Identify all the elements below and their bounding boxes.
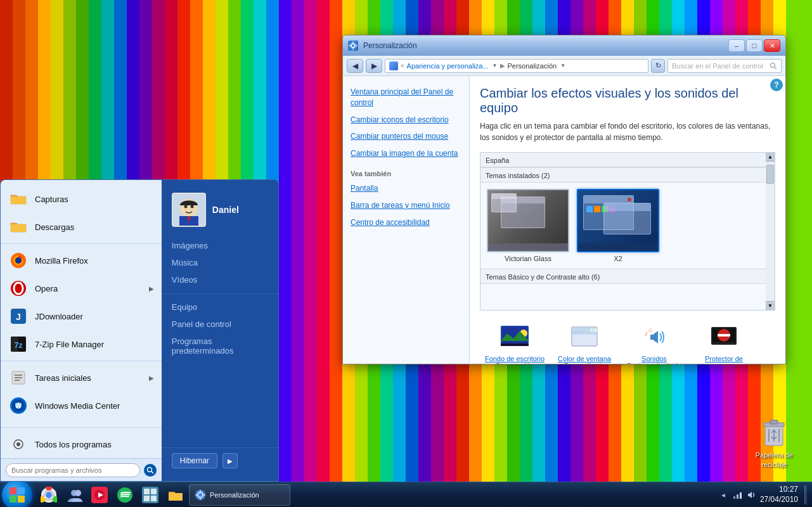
theme-x2-preview (577, 189, 659, 252)
opera-arrow: ▶ (149, 285, 154, 292)
start-item-jdownloader-label: JDownloader (35, 312, 83, 321)
taskbar: Personalización ◂ 10:27 27/04/2010 (0, 482, 812, 507)
svg-rect-56 (718, 334, 730, 337)
cp-icon-protector[interactable]: Protector de pantalla Ninguno (689, 318, 759, 364)
back-button[interactable]: ◀ (347, 59, 363, 73)
svg-rect-45 (501, 343, 529, 346)
user-avatar[interactable] (172, 193, 206, 227)
fondo-label[interactable]: Fondo de escritorio (485, 355, 545, 363)
section-basic: Temas Básico y de Contraste alto (6) (480, 269, 775, 284)
tray-expand-icon[interactable]: ◂ (718, 490, 728, 500)
themes-scrollbar[interactable]: ▲ ▼ (766, 153, 775, 310)
start-right-musica[interactable]: Música (162, 254, 278, 271)
refresh-button[interactable]: ↻ (651, 59, 665, 73)
protector-label[interactable]: Protector de pantalla (693, 355, 755, 364)
start-item-7zip[interactable]: 7z 7-Zip File Manager (1, 330, 162, 358)
theme-victorian[interactable]: Victorian Glass (487, 189, 569, 262)
hibernate-button[interactable]: Hibernar (172, 453, 217, 468)
sonidos-sublabel: Predeterminado de Windows (623, 363, 685, 364)
taskbar-clock[interactable]: 10:27 27/04/2010 (760, 485, 798, 504)
start-item-tareas[interactable]: Tareas iniciales ▶ (1, 364, 162, 392)
start-menu: Capturas Descargas (0, 179, 279, 482)
color-label[interactable]: Color de ventana (558, 355, 611, 363)
start-menu-right: Daniel Imágenes Música Vídeos Equipo Pan… (162, 180, 278, 481)
forward-button[interactable]: ▶ (366, 59, 382, 73)
minimize-button[interactable]: – (728, 39, 745, 52)
breadcrumb-dropdown-2[interactable]: ▼ (560, 63, 565, 68)
start-search-button[interactable] (144, 464, 157, 477)
sonidos-icon: ♪ ♫ (639, 322, 669, 352)
close-button[interactable]: ✕ (764, 39, 780, 52)
start-menu-recent-apps: Capturas Descargas (1, 180, 162, 425)
cp-also-pantalla[interactable]: Pantalla (343, 180, 469, 197)
scroll-down-button[interactable]: ▼ (766, 301, 775, 310)
svg-rect-58 (18, 487, 25, 494)
svg-point-26 (147, 467, 151, 472)
taskbar-explorer[interactable] (164, 484, 188, 506)
tray-network-icon[interactable] (732, 490, 742, 500)
recycle-bin[interactable]: Papelera de reciclaje (756, 418, 793, 469)
svg-point-31 (190, 205, 193, 209)
start-item-opera-label: Opera (35, 284, 58, 293)
taskbar-cp-running[interactable]: Personalización (189, 484, 290, 506)
start-right-imagenes[interactable]: Imágenes (162, 237, 278, 254)
taskbar-media[interactable] (87, 484, 112, 506)
control-panel-window: Personalización – □ ✕ ◀ ▶ « Apariencia y… (342, 35, 786, 364)
start-item-capturas[interactable]: Capturas (1, 185, 162, 213)
breadcrumb-personalizacion[interactable]: Personalización (508, 62, 557, 70)
vg-titlebar-2 (492, 194, 516, 199)
hibernate-arrow-button[interactable]: ▶ (222, 453, 238, 468)
cp-link-iconos[interactable]: Cambiar iconos del escritorio (343, 112, 469, 129)
sonidos-label[interactable]: Sonidos (641, 355, 667, 363)
separator-right (162, 293, 278, 298)
cp-icon-fondo[interactable]: Fondo de escritorio Presentación (480, 318, 550, 364)
themes-grid: Victorian Glass (480, 183, 775, 269)
fondo-icon (499, 322, 530, 352)
start-orb[interactable] (2, 480, 32, 508)
taskbar-spotify[interactable] (113, 484, 137, 506)
cp-link-imagen-cuenta[interactable]: Cambiar la imagen de la cuenta (343, 145, 469, 162)
scroll-thumb[interactable] (766, 165, 774, 184)
cp-icon-sonidos[interactable]: ♪ ♫ Sonidos Predeterminado de Windows (619, 318, 689, 364)
cp-link-punteros[interactable]: Cambiar punteros del mouse (343, 128, 469, 145)
tray-volume-icon[interactable] (746, 490, 756, 500)
start-right-panel[interactable]: Panel de control (162, 316, 278, 333)
cp-also-accesibilidad[interactable]: Centro de accesibilidad (343, 214, 469, 231)
scroll-up-button[interactable]: ▲ (766, 153, 775, 162)
start-item-7zip-label: 7-Zip File Manager (35, 340, 104, 349)
cp-also-barra[interactable]: Barra de tareas y menú Inicio (343, 197, 469, 214)
theme-x2[interactable]: X2 (577, 189, 659, 262)
start-button[interactable] (0, 482, 34, 508)
start-right-videos[interactable]: Vídeos (162, 271, 278, 288)
start-item-opera[interactable]: Opera ▶ (1, 274, 162, 302)
wmc-icon: W (8, 395, 29, 416)
breadcrumb-dropdown-1[interactable]: ▼ (493, 63, 498, 68)
taskbar-grid-app[interactable] (138, 484, 162, 506)
x2-preview (578, 190, 658, 251)
cp-link-ventana-principal[interactable]: Ventana principal del Panel de control (343, 84, 469, 112)
breadcrumb-bar: « Apariencia y personaliza... ▼ ▶ Person… (385, 59, 648, 73)
show-desktop-button[interactable] (804, 485, 807, 504)
taskbar-people[interactable] (62, 484, 86, 506)
start-item-firefox[interactable]: Mozilla Firefox (1, 247, 162, 274)
search-placeholder: Buscar en el Panel de control (672, 62, 767, 70)
cp-titlebar: Personalización – □ ✕ (343, 35, 785, 56)
maximize-button[interactable]: □ (746, 39, 763, 52)
start-right-bottom: Hibernar ▶ (162, 447, 278, 473)
themes-container: España Temas instalados (2) (480, 152, 775, 311)
start-item-jdownloader[interactable]: J JDownloader (1, 302, 162, 330)
start-menu-left: Capturas Descargas (1, 180, 162, 481)
folder-icon-2 (8, 217, 29, 237)
breadcrumb-apariencia[interactable]: Apariencia y personaliza... (407, 62, 489, 70)
start-right-programas[interactable]: Programas predeterminados (162, 333, 278, 359)
cp-window-icon (348, 41, 358, 51)
x2-taskbar (578, 243, 658, 251)
taskbar-chrome[interactable] (37, 484, 61, 506)
start-item-wmc[interactable]: W Windows Media Center (1, 392, 162, 420)
start-search-input[interactable] (6, 463, 140, 477)
cp-icon-color[interactable]: Color de ventana Personalizado (550, 318, 619, 364)
start-item-descargas[interactable]: Descargas (1, 213, 162, 241)
help-icon[interactable]: ? (770, 79, 783, 91)
start-all-programs[interactable]: Todos los programas (1, 430, 162, 458)
start-right-equipo[interactable]: Equipo (162, 298, 278, 316)
